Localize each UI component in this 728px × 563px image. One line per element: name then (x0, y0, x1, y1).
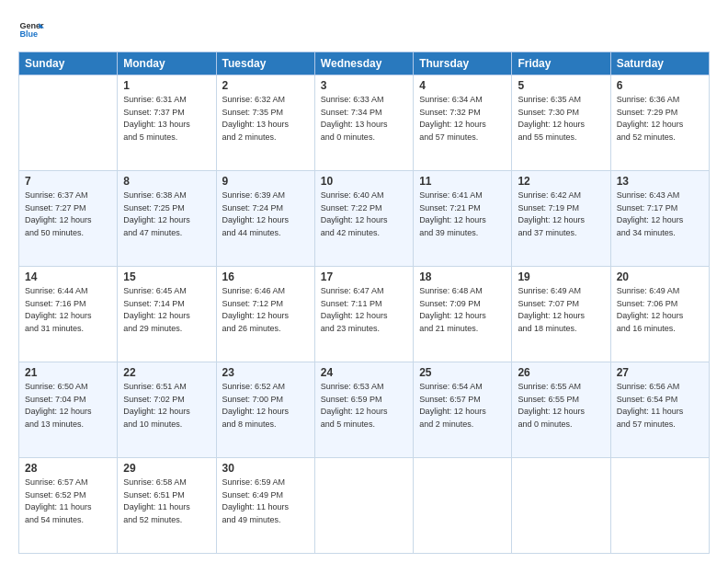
day-number: 21 (25, 366, 111, 379)
day-info-line: and 57 minutes. (419, 132, 506, 144)
calendar-cell (414, 458, 512, 554)
day-info-line: Sunrise: 6:48 AM (419, 285, 506, 298)
weekday-header-friday: Friday (512, 52, 610, 75)
calendar-week-row: 14Sunrise: 6:44 AMSunset: 7:16 PMDayligh… (19, 267, 710, 362)
day-info-line: Daylight: 12 hours (321, 406, 407, 419)
day-info-line: Sunrise: 6:58 AM (123, 477, 210, 489)
day-info-line: Sunset: 7:21 PM (419, 202, 506, 215)
day-info-line: Sunset: 7:07 PM (518, 298, 604, 311)
day-info-line: and 39 minutes. (419, 227, 506, 240)
day-number: 15 (123, 270, 210, 283)
calendar-week-row: 7Sunrise: 6:37 AMSunset: 7:27 PMDaylight… (19, 171, 710, 267)
day-info-line: and 2 minutes. (222, 132, 309, 144)
day-info-line: and 8 minutes. (222, 419, 309, 431)
day-number: 20 (617, 270, 703, 283)
day-info-line: and 49 minutes. (222, 514, 309, 527)
day-info-line: Sunset: 6:55 PM (518, 394, 604, 407)
day-info-line: Daylight: 12 hours (617, 310, 703, 323)
day-info-line: Sunrise: 6:43 AM (617, 190, 703, 202)
calendar-cell: 26Sunrise: 6:55 AMSunset: 6:55 PMDayligh… (512, 362, 610, 458)
day-info-line: and 5 minutes. (321, 419, 407, 431)
day-info-line: and 0 minutes. (518, 419, 604, 431)
day-number: 5 (518, 79, 604, 92)
calendar-cell: 5Sunrise: 6:35 AMSunset: 7:30 PMDaylight… (512, 75, 610, 171)
day-info-line: Sunset: 7:06 PM (617, 298, 703, 311)
calendar-cell: 14Sunrise: 6:44 AMSunset: 7:16 PMDayligh… (19, 267, 118, 362)
day-info-line: and 31 minutes. (25, 323, 111, 336)
calendar-cell: 18Sunrise: 6:48 AMSunset: 7:09 PMDayligh… (414, 267, 512, 362)
day-info-line: Daylight: 12 hours (222, 406, 309, 419)
day-info-line: Sunrise: 6:54 AM (419, 381, 506, 394)
day-info-line: and 54 minutes. (25, 514, 111, 527)
calendar-cell: 11Sunrise: 6:41 AMSunset: 7:21 PMDayligh… (414, 171, 512, 267)
day-info-line: Daylight: 11 hours (222, 501, 309, 514)
day-info-line: Daylight: 12 hours (419, 214, 506, 227)
day-number: 4 (419, 79, 506, 92)
calendar-cell (512, 458, 610, 554)
day-info-line: Sunset: 7:34 PM (321, 107, 407, 120)
weekday-header-saturday: Saturday (610, 52, 709, 75)
day-info-line: Sunrise: 6:51 AM (123, 381, 210, 394)
day-info-line: and 5 minutes. (123, 132, 210, 144)
day-info-line: Sunset: 7:14 PM (123, 298, 210, 311)
day-number: 10 (321, 175, 407, 188)
calendar-cell: 24Sunrise: 6:53 AMSunset: 6:59 PMDayligh… (314, 362, 413, 458)
day-info-line: Sunrise: 6:31 AM (123, 94, 210, 107)
calendar-cell: 23Sunrise: 6:52 AMSunset: 7:00 PMDayligh… (216, 362, 314, 458)
day-info-line: Daylight: 12 hours (123, 310, 210, 323)
day-info-line: Sunrise: 6:37 AM (25, 190, 111, 202)
day-info-line: Sunset: 6:59 PM (321, 394, 407, 407)
day-info-line: Sunset: 7:37 PM (123, 107, 210, 120)
day-info-line: Sunrise: 6:50 AM (25, 381, 111, 394)
day-info-line: Sunset: 7:16 PM (25, 298, 111, 311)
calendar-cell (19, 75, 118, 171)
day-info-line: Daylight: 11 hours (617, 406, 703, 419)
day-number: 19 (518, 270, 604, 283)
day-info-line: Sunset: 7:09 PM (419, 298, 506, 311)
day-info-line: Sunset: 6:49 PM (222, 489, 309, 502)
day-info-line: Sunrise: 6:35 AM (518, 94, 604, 107)
day-info-line: Daylight: 12 hours (419, 406, 506, 419)
day-info-line: Daylight: 13 hours (123, 119, 210, 132)
weekday-header-monday: Monday (118, 52, 216, 75)
calendar-cell (314, 458, 413, 554)
day-info-line: Sunset: 6:51 PM (123, 489, 210, 502)
day-number: 7 (25, 175, 111, 188)
day-info-line: Daylight: 12 hours (419, 310, 506, 323)
calendar-week-row: 21Sunrise: 6:50 AMSunset: 7:04 PMDayligh… (19, 362, 710, 458)
day-info-line: and 44 minutes. (222, 227, 309, 240)
calendar-cell: 19Sunrise: 6:49 AMSunset: 7:07 PMDayligh… (512, 267, 610, 362)
day-info-line: and 42 minutes. (321, 227, 407, 240)
day-info-line: Sunset: 7:27 PM (25, 202, 111, 215)
calendar-week-row: 28Sunrise: 6:57 AMSunset: 6:52 PMDayligh… (19, 458, 710, 554)
day-info-line: Sunrise: 6:57 AM (25, 477, 111, 489)
day-info-line: and 37 minutes. (518, 227, 604, 240)
day-info-line: and 29 minutes. (123, 323, 210, 336)
day-info-line: Sunrise: 6:42 AM (518, 190, 604, 202)
day-info-line: Sunset: 7:35 PM (222, 107, 309, 120)
day-number: 23 (222, 366, 309, 379)
day-info-line: Sunrise: 6:49 AM (617, 285, 703, 298)
day-info-line: Daylight: 12 hours (123, 214, 210, 227)
day-info-line: and 50 minutes. (25, 227, 111, 240)
day-info-line: Sunset: 6:54 PM (617, 394, 703, 407)
day-info-line: Daylight: 11 hours (25, 501, 111, 514)
day-info-line: and 34 minutes. (617, 227, 703, 240)
weekday-header-sunday: Sunday (19, 52, 118, 75)
day-number: 9 (222, 175, 309, 188)
day-info-line: Daylight: 12 hours (518, 406, 604, 419)
day-info-line: Sunset: 6:57 PM (419, 394, 506, 407)
calendar-cell: 1Sunrise: 6:31 AMSunset: 7:37 PMDaylight… (118, 75, 216, 171)
day-info-line: and 2 minutes. (419, 419, 506, 431)
calendar-cell: 28Sunrise: 6:57 AMSunset: 6:52 PMDayligh… (19, 458, 118, 554)
calendar-cell: 8Sunrise: 6:38 AMSunset: 7:25 PMDaylight… (118, 171, 216, 267)
day-info-line: Sunrise: 6:40 AM (321, 190, 407, 202)
day-info-line: Sunset: 6:52 PM (25, 489, 111, 502)
day-info-line: Daylight: 12 hours (518, 214, 604, 227)
day-info-line: Sunset: 7:32 PM (419, 107, 506, 120)
day-info-line: and 0 minutes. (321, 132, 407, 144)
day-info-line: and 21 minutes. (419, 323, 506, 336)
day-info-line: and 13 minutes. (25, 419, 111, 431)
day-info-line: Sunrise: 6:41 AM (419, 190, 506, 202)
day-info-line: and 18 minutes. (518, 323, 604, 336)
